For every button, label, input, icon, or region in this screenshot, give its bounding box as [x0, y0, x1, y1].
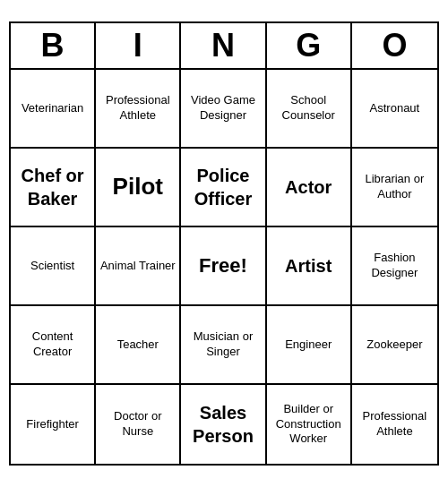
header-letter: B: [11, 23, 96, 68]
bingo-cell: Musician or Singer: [181, 306, 266, 385]
header-letter: G: [267, 23, 352, 68]
bingo-card: BINGO VeterinarianProfessional AthleteVi…: [9, 21, 439, 466]
bingo-cell: Librarian or Author: [352, 149, 437, 227]
bingo-cell: Police Officer: [181, 149, 266, 227]
cell-label: Astronaut: [370, 101, 420, 116]
cell-label: Firefighter: [26, 417, 79, 432]
cell-label: Builder or Construction Worker: [271, 402, 347, 448]
cell-label: Librarian or Author: [356, 172, 434, 202]
bingo-cell: Actor: [267, 149, 352, 227]
cell-label: Teacher: [117, 337, 159, 353]
cell-label: Artist: [285, 254, 332, 278]
bingo-cell: Artist: [267, 227, 352, 306]
bingo-cell: Chef or Baker: [11, 149, 96, 227]
bingo-cell: Veterinarian: [11, 70, 96, 149]
cell-label: Actor: [285, 175, 332, 199]
cell-label: Fashion Designer: [356, 251, 434, 281]
cell-label: Scientist: [30, 259, 74, 274]
bingo-cell: Animal Trainer: [96, 227, 181, 306]
cell-label: School Counselor: [271, 93, 347, 124]
bingo-cell: Video Game Designer: [181, 70, 266, 149]
cell-label: Professional Athlete: [356, 409, 434, 440]
bingo-cell: Teacher: [96, 306, 181, 385]
cell-label: Engineer: [285, 337, 332, 353]
bingo-cell: Zookeeper: [352, 306, 437, 385]
bingo-header: BINGO: [11, 23, 437, 70]
cell-label: Animal Trainer: [100, 259, 176, 274]
cell-label: Sales Person: [185, 401, 261, 448]
header-letter: I: [96, 23, 181, 68]
cell-label: Chef or Baker: [14, 164, 90, 210]
bingo-cell: Free!: [181, 227, 266, 306]
bingo-cell: Content Creator: [11, 306, 96, 385]
cell-label: Video Game Designer: [185, 93, 261, 124]
bingo-cell: Professional Athlete: [352, 385, 437, 464]
bingo-cell: Sales Person: [181, 385, 266, 464]
cell-label: Content Creator: [14, 329, 90, 360]
bingo-cell: Pilot: [96, 149, 181, 227]
bingo-cell: School Counselor: [267, 70, 352, 149]
cell-label: Musician or Singer: [185, 329, 261, 360]
cell-label: Doctor or Nurse: [99, 409, 176, 440]
header-letter: N: [181, 23, 266, 68]
bingo-cell: Scientist: [11, 227, 96, 306]
bingo-cell: Fashion Designer: [352, 227, 437, 306]
bingo-cell: Engineer: [267, 306, 352, 385]
bingo-cell: Doctor or Nurse: [96, 385, 181, 464]
bingo-cell: Professional Athlete: [96, 70, 181, 149]
bingo-cell: Builder or Construction Worker: [267, 385, 352, 464]
cell-label: Zookeeper: [366, 337, 422, 353]
bingo-cell: Firefighter: [11, 385, 96, 464]
bingo-grid: VeterinarianProfessional AthleteVideo Ga…: [11, 70, 437, 464]
cell-label: Veterinarian: [22, 101, 83, 116]
header-letter: O: [352, 23, 437, 68]
cell-label: Professional Athlete: [99, 93, 176, 124]
cell-label: Free!: [199, 253, 247, 279]
cell-label: Police Officer: [185, 164, 261, 210]
cell-label: Pilot: [113, 172, 163, 202]
bingo-cell: Astronaut: [352, 70, 437, 149]
